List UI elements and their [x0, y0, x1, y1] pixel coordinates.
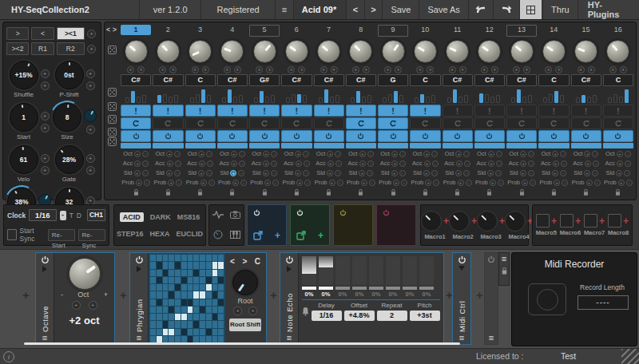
- pitch-down-button[interactable]: +: [491, 66, 498, 73]
- scale-grid-cell[interactable]: [150, 255, 156, 261]
- step-velocity-cell[interactable]: [121, 87, 151, 104]
- oct-inc-button[interactable]: +: [134, 151, 141, 157]
- step-pitch-knob[interactable]: [125, 40, 148, 63]
- acc-dec-button[interactable]: -: [528, 160, 534, 167]
- sld-dec-button[interactable]: -: [528, 170, 534, 176]
- scale-grid-cell[interactable]: [169, 299, 174, 306]
- step-accent-toggle[interactable]: !: [603, 105, 633, 117]
- scale-grid-cell[interactable]: [193, 284, 199, 291]
- velocity-bar[interactable]: [383, 97, 387, 103]
- step-lock-button[interactable]: [121, 188, 151, 196]
- oct-inc-button[interactable]: +: [455, 151, 462, 157]
- scale-grid-cell[interactable]: [163, 314, 169, 320]
- step-on-toggle[interactable]: [185, 130, 216, 142]
- acc-inc-button[interactable]: +: [359, 160, 366, 167]
- scale-grid-cell[interactable]: [218, 262, 224, 268]
- scale-grid-cell[interactable]: [193, 262, 199, 268]
- prob-dec-button[interactable]: -: [562, 180, 568, 186]
- step-accent-toggle[interactable]: !: [506, 105, 537, 117]
- sld-dec-button[interactable]: -: [142, 170, 149, 176]
- step-on-toggle[interactable]: [474, 130, 505, 142]
- oct-dec-button[interactable]: -: [142, 151, 149, 157]
- step-accent-toggle[interactable]: !: [121, 105, 151, 117]
- acc-inc-button[interactable]: +: [391, 160, 398, 167]
- velocity-bar[interactable]: [447, 97, 451, 103]
- oct-inc-button[interactable]: +: [423, 151, 430, 157]
- scale-grid-cell[interactable]: [169, 336, 174, 342]
- velocity-bar[interactable]: [426, 97, 430, 103]
- scale-grid-cell[interactable]: [212, 299, 218, 306]
- scale-grid-cell[interactable]: [206, 277, 212, 283]
- step-on-toggle[interactable]: [249, 130, 280, 142]
- scale-grid-cell[interactable]: [193, 314, 199, 320]
- scale-grid-cell[interactable]: [181, 262, 187, 268]
- acc-dec-button[interactable]: -: [561, 160, 567, 167]
- step-velocity-cell[interactable]: [217, 87, 248, 104]
- step-note-value[interactable]: C#: [571, 74, 601, 86]
- mod-assign-button[interactable]: +: [248, 307, 257, 315]
- scale-grid-cell[interactable]: [218, 321, 224, 327]
- scale-grid-cell[interactable]: [157, 307, 162, 313]
- echo-bars[interactable]: 0%0%0%0%0%0%0%0%: [302, 256, 440, 298]
- acc-dec-button[interactable]: -: [464, 160, 470, 167]
- step-note-value[interactable]: C#: [506, 74, 537, 86]
- macro-assign-button[interactable]: +: [575, 216, 581, 227]
- pitch-up-button[interactable]: +: [481, 66, 488, 73]
- prob-inc-button[interactable]: +: [586, 180, 593, 186]
- randomize-row-button[interactable]: [108, 128, 117, 136]
- step-number[interactable]: 12: [474, 25, 505, 35]
- step-note-value[interactable]: C#: [281, 74, 312, 86]
- echo-tap-6[interactable]: 0%: [386, 256, 400, 298]
- sld-inc-button[interactable]: +: [230, 170, 236, 176]
- scale-grid-cell[interactable]: [212, 262, 218, 268]
- pitch-up-button[interactable]: +: [449, 66, 456, 73]
- prob-inc-button[interactable]: +: [458, 180, 464, 186]
- velocity-bar[interactable]: [367, 95, 371, 103]
- oct-inc-button[interactable]: +: [617, 151, 623, 157]
- oct-dec-button[interactable]: -: [206, 151, 212, 157]
- acc-inc-button[interactable]: +: [617, 160, 623, 167]
- power-icon[interactable]: [487, 255, 495, 263]
- velocity-bar[interactable]: [490, 97, 494, 103]
- echo-control-value[interactable]: 2: [377, 311, 407, 321]
- prob-inc-button[interactable]: +: [296, 180, 303, 186]
- acc-inc-button[interactable]: +: [553, 160, 559, 167]
- velocity-bar[interactable]: [239, 95, 243, 103]
- start-knob[interactable]: 1: [10, 103, 38, 132]
- step-note-value[interactable]: C: [538, 74, 569, 86]
- mod-assign-button[interactable]: +: [86, 196, 95, 205]
- step-pitch-knob[interactable]: [382, 40, 405, 63]
- prob-inc-button[interactable]: +: [522, 180, 528, 186]
- step-slide-toggle[interactable]: [185, 117, 216, 129]
- oct-dec-button[interactable]: -: [271, 151, 277, 157]
- scale-grid-cell[interactable]: [188, 314, 193, 320]
- scale-grid-cell[interactable]: [218, 277, 224, 283]
- acc-dec-button[interactable]: -: [593, 160, 599, 167]
- pitch-up-button[interactable]: +: [384, 66, 391, 73]
- scale-grid-cell[interactable]: [150, 277, 156, 283]
- macro-button[interactable]: [608, 214, 621, 228]
- prob-dec-button[interactable]: -: [498, 180, 504, 186]
- scale-grid-cell[interactable]: [193, 277, 199, 283]
- scale-grid-cell[interactable]: [175, 255, 181, 261]
- step-gate-bar[interactable]: [346, 143, 376, 148]
- scale-grid-cell[interactable]: [150, 284, 156, 291]
- step-slide-toggle[interactable]: [153, 117, 183, 129]
- scale-grid-cell[interactable]: [150, 307, 156, 313]
- step-gate-bar[interactable]: [603, 143, 633, 148]
- velocity-bar[interactable]: [485, 94, 489, 103]
- step-gate-bar[interactable]: [121, 143, 151, 148]
- step-number[interactable]: 10: [410, 25, 440, 35]
- oct-inc-button[interactable]: +: [359, 151, 366, 157]
- macro-assign-button[interactable]: +: [623, 216, 629, 227]
- step-number[interactable]: 5: [249, 25, 280, 37]
- step-lock-button[interactable]: [378, 188, 408, 196]
- step-number[interactable]: 16: [603, 25, 633, 35]
- expand-icon[interactable]: [287, 266, 292, 272]
- step-gate-bar[interactable]: [378, 143, 408, 148]
- scale-grid-cell[interactable]: [188, 255, 193, 261]
- scale-grid-cell[interactable]: [206, 314, 212, 320]
- dotted-button[interactable]: D: [77, 212, 81, 220]
- scale-grid-cell[interactable]: [200, 299, 205, 306]
- scale-grid-cell[interactable]: [218, 284, 224, 291]
